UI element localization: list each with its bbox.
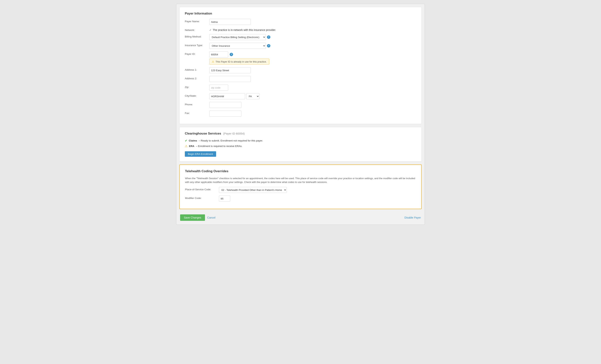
address2-wrap <box>209 76 416 82</box>
warning-triangle-icon: ⚠ <box>212 60 214 63</box>
city-state-wrap: PA NY CA TX FL OH NJ MA <box>209 93 416 99</box>
claims-label: Claims <box>189 139 197 142</box>
address1-label: Address 1: <box>185 67 209 71</box>
check-icon: ✓ <box>209 29 211 31</box>
zip-input[interactable] <box>209 85 228 91</box>
payer-id-wrap: ? ⚠ This Payer ID is already in use for … <box>209 51 416 65</box>
billing-method-select[interactable]: Default Practice Billing Setting (Electr… <box>209 34 266 40</box>
state-select[interactable]: PA NY CA TX FL OH NJ MA <box>246 93 260 99</box>
address2-label: Address 2: <box>185 76 209 80</box>
save-changes-button[interactable]: Save Changes <box>180 214 205 221</box>
telehealth-description: When the "Telehealth Session" checkbox i… <box>185 177 416 184</box>
footer-left: Save Changes Cancel <box>180 214 215 221</box>
payer-id-warning-box: ⚠ This Payer ID is already in use for th… <box>209 59 269 65</box>
payer-name-label: Payer Name: <box>185 19 209 23</box>
phone-wrap <box>209 102 416 108</box>
billing-method-label: Billing Method: <box>185 34 209 38</box>
payer-id-inline: ? <box>209 51 269 58</box>
phone-input[interactable] <box>209 102 241 108</box>
insurance-type-wrap: Other Insurance Medicare Medicaid Self P… <box>209 43 416 49</box>
network-text-row: ✓ The practice is in-network with this i… <box>209 28 276 31</box>
fax-wrap <box>209 111 416 117</box>
payer-id-label: Payer ID: <box>185 51 209 55</box>
network-wrap: ✓ The practice is in-network with this i… <box>209 28 416 31</box>
payer-name-wrap <box>209 19 416 25</box>
zip-wrap <box>209 85 416 91</box>
address2-row: Address 2: <box>185 76 416 82</box>
era-desc: – Enrollment is required to receive ERAs… <box>196 145 242 148</box>
footer-row: Save Changes Cancel Disable Payer <box>179 212 422 222</box>
claims-check-icon: ✔ <box>185 139 187 142</box>
telehealth-card: Telehealth Coding Overrides When the "Te… <box>179 164 422 209</box>
payer-name-row: Payer Name: <box>185 19 416 25</box>
telehealth-title: Telehealth Coding Overrides <box>185 169 416 173</box>
payer-name-input[interactable] <box>209 19 251 25</box>
cancel-button[interactable]: Cancel <box>207 216 216 219</box>
phone-label: Phone: <box>185 102 209 106</box>
page-container: Payer Information Payer Name: Network: ✓… <box>176 4 425 225</box>
insurance-type-label: Insurance Type: <box>185 43 209 47</box>
payer-info-card: Payer Information Payer Name: Network: ✓… <box>179 7 422 124</box>
clearinghouse-card: Clearinghouse Services (Payer ID 60054) … <box>179 127 422 162</box>
pos-wrap: 02 - Telehealth Provided Other than in P… <box>219 187 416 193</box>
billing-method-row: Billing Method: Default Practice Billing… <box>185 34 416 40</box>
insurance-type-select[interactable]: Other Insurance Medicare Medicaid Self P… <box>209 43 266 49</box>
claims-desc: – Ready to submit. Enrollment not requir… <box>199 139 263 142</box>
era-item: ⚠ ERA – Enrollment is required to receiv… <box>185 144 416 148</box>
payer-id-help-icon[interactable]: ? <box>230 53 233 56</box>
city-state-label: City/State: <box>185 93 209 97</box>
phone-row: Phone: <box>185 102 416 108</box>
modifier-input[interactable] <box>219 196 230 202</box>
pos-select[interactable]: 02 - Telehealth Provided Other than in P… <box>219 187 287 193</box>
address1-input[interactable] <box>209 67 251 73</box>
pos-label: Place-of-Service Code: <box>185 187 219 191</box>
billing-method-wrap: Default Practice Billing Setting (Electr… <box>209 34 416 40</box>
payer-id-input[interactable] <box>209 51 228 58</box>
modifier-wrap <box>219 196 416 202</box>
clearinghouse-payer-id: (Payer ID 60054) <box>223 132 245 135</box>
address1-wrap <box>209 67 416 73</box>
era-warn-icon: ⚠ <box>185 144 188 148</box>
address1-row: Address 1: <box>185 67 416 73</box>
clearinghouse-title: Clearinghouse Services (Payer ID 60054) <box>185 132 416 135</box>
claims-item: ✔ Claims – Ready to submit. Enrollment n… <box>185 139 416 142</box>
disable-payer-button[interactable]: Disable Payer <box>404 216 421 219</box>
payer-id-row: Payer ID: ? ⚠ This Payer ID is already i… <box>185 51 416 65</box>
payer-id-warning-text: This Payer ID is already in use for this… <box>216 60 267 63</box>
begin-era-enrollment-button[interactable]: Begin ERA Enrollment <box>185 151 216 157</box>
modifier-row: Modifier Code: <box>185 196 416 202</box>
payer-info-title: Payer Information <box>185 12 416 15</box>
billing-help-icon[interactable]: ? <box>267 35 270 39</box>
payer-id-inner: ? ⚠ This Payer ID is already in use for … <box>209 51 269 65</box>
zip-row: Zip: <box>185 85 416 91</box>
insurance-help-icon[interactable]: ? <box>267 44 270 48</box>
city-state-row: City/State: PA NY CA TX FL OH NJ MA <box>185 93 416 99</box>
network-row: Network: ✓ The practice is in-network wi… <box>185 28 416 31</box>
insurance-type-row: Insurance Type: Other Insurance Medicare… <box>185 43 416 49</box>
fax-label: Fax: <box>185 111 209 115</box>
era-label: ERA <box>189 145 194 148</box>
modifier-label: Modifier Code: <box>185 196 219 200</box>
network-text: The practice is in-network with this ins… <box>213 29 276 31</box>
network-label: Network: <box>185 28 209 31</box>
pos-row: Place-of-Service Code: 02 - Telehealth P… <box>185 187 416 193</box>
fax-row: Fax: <box>185 111 416 117</box>
address2-input[interactable] <box>209 76 251 82</box>
fax-input[interactable] <box>209 111 241 117</box>
city-input[interactable] <box>209 93 245 99</box>
zip-label: Zip: <box>185 85 209 89</box>
